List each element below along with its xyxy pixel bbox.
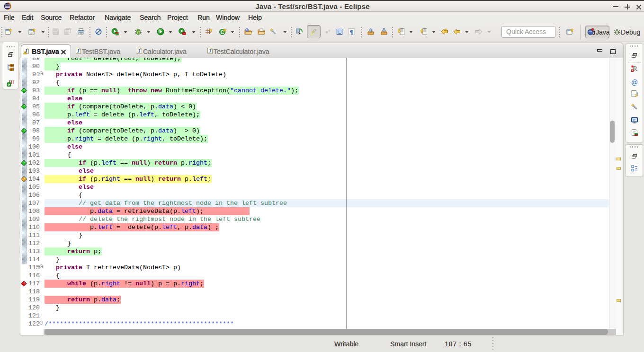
svg-text:J: J	[209, 48, 211, 53]
svg-text:J: J	[77, 48, 80, 53]
svg-text:@: @	[631, 79, 638, 86]
svg-text:¶: ¶	[349, 28, 353, 35]
svg-text:J: J	[592, 31, 595, 35]
svg-text:J: J	[138, 48, 141, 53]
